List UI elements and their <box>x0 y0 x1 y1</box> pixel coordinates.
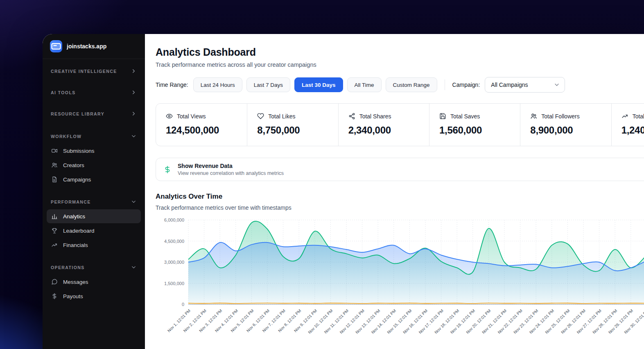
sidebar-item-financials[interactable]: Financials <box>47 238 141 252</box>
item-label: Campaigns <box>63 177 91 183</box>
time-range-last-30-days-button[interactable]: Last 30 Days <box>294 77 343 92</box>
section-label: CREATIVE INTELLIGENCE <box>51 69 117 74</box>
sidebar-section-creative-intelligence[interactable]: CREATIVE INTELLIGENCE <box>47 64 141 78</box>
stat-value: 8,900,000 <box>530 125 601 136</box>
time-range-label: Time Range: <box>156 82 188 88</box>
analytics-chart: 01,500,0003,000,0004,500,0006,000,000Nov… <box>156 216 644 349</box>
stat-value: 1,560,000 <box>439 125 510 136</box>
item-label: Creators <box>63 162 84 168</box>
chevron-down-icon <box>554 82 560 88</box>
main-content: Analytics Dashboard Track performance me… <box>145 34 644 349</box>
campaign-label: Campaign: <box>452 82 480 88</box>
dollar-icon <box>51 293 58 299</box>
sidebar-item-creators[interactable]: Creators <box>47 158 141 172</box>
svg-text:1,500,000: 1,500,000 <box>164 281 184 286</box>
revenue-toggle-subtitle: View revenue correlation with analytics … <box>178 170 284 176</box>
stat-label: Total Views <box>177 113 206 120</box>
sidebar-item-analytics[interactable]: Analytics <box>47 209 141 223</box>
chart-section-title: Analytics Over Time <box>156 193 644 201</box>
app-logo-icon <box>50 40 62 52</box>
eye-icon <box>166 113 173 120</box>
save-icon <box>439 113 446 120</box>
sidebar-section-workflow[interactable]: WORKFLOW <box>47 129 141 143</box>
stat-value: 8,750,000 <box>257 125 328 136</box>
sidebar-item-payouts[interactable]: Payouts <box>47 289 141 303</box>
section-label: OPERATIONS <box>51 265 85 270</box>
brand-name: joinstacks.app <box>67 43 106 50</box>
item-label: Payouts <box>63 293 83 299</box>
brand[interactable]: joinstacks.app <box>43 34 145 59</box>
stat-value: 1,240 <box>621 125 644 136</box>
stat-value: 124,500,000 <box>166 125 237 136</box>
chevron-down-icon <box>131 133 137 139</box>
logo-glyph-icon <box>50 40 62 52</box>
share-icon <box>348 113 355 120</box>
chevron-right-icon <box>131 89 137 95</box>
time-range-last-24-hours-button[interactable]: Last 24 Hours <box>193 77 242 92</box>
filters-bar: Time Range: Last 24 Hours Last 7 Days La… <box>156 77 644 93</box>
chevron-right-icon <box>131 68 137 74</box>
chart-section-subtitle: Track performance metrics over time with… <box>156 204 644 211</box>
section-label: PERFORMANCE <box>51 199 91 204</box>
trophy-icon <box>51 227 58 234</box>
revenue-toggle-title: Show Revenue Data <box>178 163 284 169</box>
app-window: joinstacks.app CREATIVE INTELLIGENCE AI … <box>43 34 644 349</box>
sidebar-section-operations[interactable]: OPERATIONS <box>47 260 141 274</box>
stat-card-total-shares: Total Shares 2,340,000 <box>338 104 429 146</box>
trend-up-icon <box>621 113 628 120</box>
stat-label: Total Shares <box>359 113 391 120</box>
file-icon <box>51 176 58 183</box>
chat-icon <box>51 279 58 285</box>
sidebar-item-campaigns[interactable]: Campaigns <box>47 172 141 186</box>
svg-text:4,500,000: 4,500,000 <box>164 239 184 244</box>
sidebar: joinstacks.app CREATIVE INTELLIGENCE AI … <box>43 34 145 349</box>
item-label: Submissions <box>63 148 95 154</box>
stat-card-total-followers: Total Followers 8,900,000 <box>520 104 611 146</box>
time-range-all-time-button[interactable]: All Time <box>347 77 382 92</box>
sidebar-item-submissions[interactable]: Submissions <box>47 144 141 158</box>
video-icon <box>51 147 58 154</box>
sidebar-section-ai-tools[interactable]: AI TOOLS <box>47 85 141 100</box>
section-label: WORKFLOW <box>51 134 81 139</box>
followers-icon <box>530 113 537 120</box>
stat-label: Total Saves <box>450 113 480 120</box>
sidebar-item-messages[interactable]: Messages <box>47 275 141 289</box>
chevron-down-icon <box>131 264 137 270</box>
campaign-select-value: All Campaigns <box>491 82 528 88</box>
item-label: Financials <box>63 242 88 248</box>
filters-divider <box>445 79 445 90</box>
time-range-last-7-days-button[interactable]: Last 7 Days <box>246 77 290 92</box>
stat-label: Total Likes <box>268 113 295 120</box>
stats-row: Total Views 124,500,000 Total Likes 8,75… <box>156 103 644 146</box>
stat-card-total-clipped: Total 1,240 <box>611 104 644 146</box>
time-range-custom-range-button[interactable]: Custom Range <box>386 77 437 92</box>
stat-value: 2,340,000 <box>348 125 419 136</box>
sidebar-item-leaderboard[interactable]: Leaderboard <box>47 224 141 238</box>
item-label: Leaderboard <box>63 228 95 234</box>
sidebar-section-resource-library[interactable]: RESOURCE LIBRARY <box>47 107 141 121</box>
chevron-right-icon <box>131 111 137 117</box>
page-title: Analytics Dashboard <box>156 46 644 58</box>
bar-chart-icon <box>51 213 58 220</box>
show-revenue-data-toggle[interactable]: Show Revenue Data View revenue correlati… <box>156 158 644 181</box>
stat-card-total-views: Total Views 124,500,000 <box>156 104 247 146</box>
dollar-icon <box>163 165 172 174</box>
heart-icon <box>257 113 264 120</box>
section-label: AI TOOLS <box>51 90 76 95</box>
svg-text:6,000,000: 6,000,000 <box>164 218 184 222</box>
users-icon <box>51 162 58 168</box>
item-label: Messages <box>63 279 88 285</box>
stat-card-total-saves: Total Saves 1,560,000 <box>429 104 520 146</box>
chevron-down-icon <box>131 199 137 205</box>
campaign-select[interactable]: All Campaigns <box>485 77 565 93</box>
sidebar-section-performance[interactable]: PERFORMANCE <box>47 195 141 209</box>
svg-text:3,000,000: 3,000,000 <box>164 260 184 265</box>
sidebar-nav: CREATIVE INTELLIGENCE AI TOOLS RESOURCE … <box>43 59 145 308</box>
svg-text:0: 0 <box>182 302 184 307</box>
page-subtitle: Track performance metrics across all you… <box>156 61 644 68</box>
trend-up-icon <box>51 242 58 248</box>
stat-card-total-likes: Total Likes 8,750,000 <box>247 104 338 146</box>
item-label: Analytics <box>63 213 85 220</box>
section-label: RESOURCE LIBRARY <box>51 111 104 116</box>
stat-label: Total Followers <box>541 113 579 120</box>
